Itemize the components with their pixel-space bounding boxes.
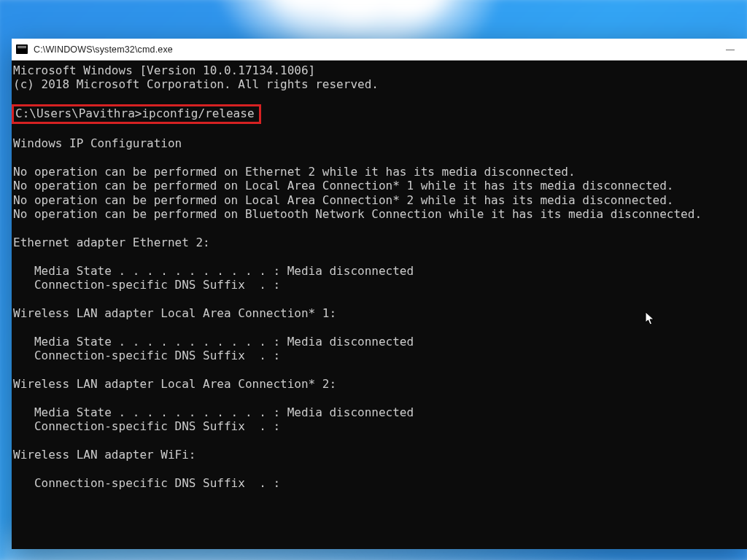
noop-line: No operation can be performed on Bluetoo… — [13, 207, 702, 221]
adapter-title: Ethernet adapter Ethernet 2: — [13, 236, 210, 249]
section-header: Windows IP Configuration — [13, 136, 182, 150]
minimize-icon: — — [726, 44, 735, 55]
adapter-media-state: Media State . . . . . . . . . . . : Medi… — [13, 405, 414, 419]
prompt-line: C:\Users\Pavithra>ipconfig/release — [15, 106, 255, 120]
adapter-media-state: Media State . . . . . . . . . . . : Medi… — [13, 264, 414, 278]
command-highlight: C:\Users\Pavithra>ipconfig/release — [12, 104, 261, 123]
cmd-window: C:\WINDOWS\system32\cmd.exe — Microsoft … — [12, 39, 747, 549]
minimize-button[interactable]: — — [713, 39, 747, 61]
noop-line: No operation can be performed on Etherne… — [13, 165, 576, 179]
adapter-title: Wireless LAN adapter WiFi: — [13, 448, 196, 462]
cmd-icon — [16, 44, 28, 54]
titlebar[interactable]: C:\WINDOWS\system32\cmd.exe — — [12, 39, 747, 61]
banner-line: Microsoft Windows [Version 10.0.17134.10… — [13, 63, 315, 77]
banner-line: (c) 2018 Microsoft Corporation. All righ… — [13, 77, 379, 91]
adapter-dns-suffix: Connection-specific DNS Suffix . : — [13, 476, 280, 490]
noop-line: No operation can be performed on Local A… — [13, 193, 673, 207]
adapter-title: Wireless LAN adapter Local Area Connecti… — [13, 306, 336, 320]
window-title: C:\WINDOWS\system32\cmd.exe — [34, 44, 173, 55]
adapter-dns-suffix: Connection-specific DNS Suffix . : — [13, 419, 280, 433]
noop-line: No operation can be performed on Local A… — [13, 179, 673, 192]
adapter-media-state: Media State . . . . . . . . . . . : Medi… — [13, 335, 414, 349]
adapter-title: Wireless LAN adapter Local Area Connecti… — [13, 377, 336, 391]
adapter-dns-suffix: Connection-specific DNS Suffix . : — [13, 278, 280, 292]
adapter-dns-suffix: Connection-specific DNS Suffix . : — [13, 349, 280, 362]
terminal-output[interactable]: Microsoft Windows [Version 10.0.17134.10… — [12, 61, 747, 549]
